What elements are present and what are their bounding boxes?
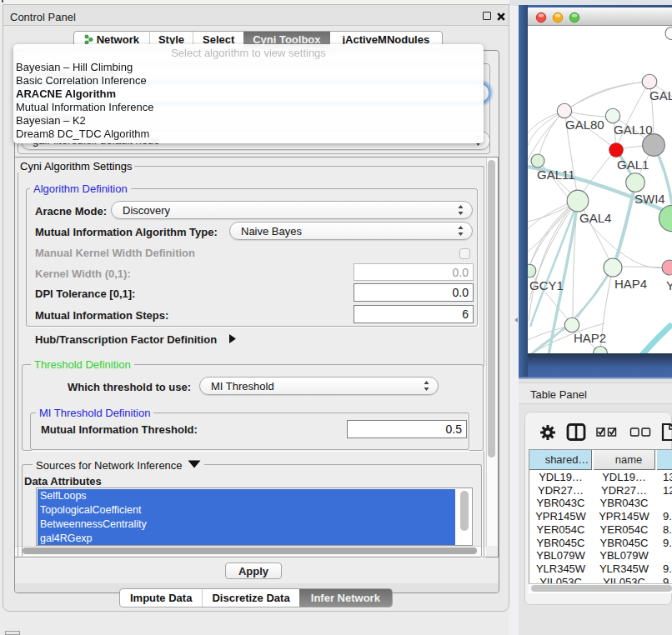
svg-text:GAL11: GAL11: [537, 168, 575, 182]
svg-text:SWI4: SWI4: [634, 192, 665, 206]
svg-text:GAL1: GAL1: [617, 158, 649, 172]
svg-text:GAL: GAL: [649, 88, 672, 102]
svg-text:Y: Y: [666, 278, 672, 292]
svg-text:GAL80: GAL80: [565, 118, 604, 132]
svg-text:GCY1: GCY1: [529, 278, 564, 292]
svg-text:GAL10: GAL10: [614, 122, 653, 137]
svg-text:HAP2: HAP2: [574, 331, 606, 345]
svg-text:HAP4: HAP4: [614, 277, 647, 291]
svg-text:GAL4: GAL4: [579, 211, 611, 225]
